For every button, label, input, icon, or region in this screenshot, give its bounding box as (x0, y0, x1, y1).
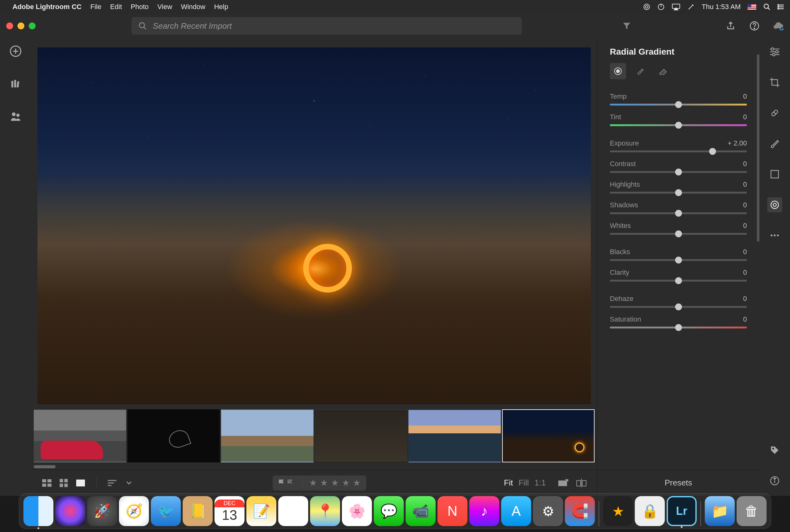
dock-news-icon[interactable]: N (437, 496, 467, 526)
notification-center-icon[interactable] (777, 3, 785, 11)
slider-knob[interactable] (675, 303, 682, 310)
main-photo[interactable] (37, 48, 591, 404)
slider-track[interactable] (610, 192, 747, 194)
dock-maps-icon[interactable]: 📍 (310, 496, 340, 526)
window-zoom-button[interactable] (29, 22, 36, 29)
dock-downloads-icon[interactable]: 📁 (705, 496, 735, 526)
menu-window[interactable]: Window (181, 3, 205, 11)
slider-knob[interactable] (675, 210, 682, 217)
filmstrip-thumb[interactable] (221, 409, 314, 462)
square-grid-view-icon[interactable] (57, 478, 70, 488)
dock-appstore-icon[interactable]: A (501, 496, 531, 526)
filmstrip-scrollbar[interactable] (34, 465, 595, 470)
radial-mask-icon[interactable] (610, 63, 626, 79)
filmstrip-thumb-selected[interactable] (502, 409, 595, 462)
slider-knob[interactable] (675, 101, 682, 108)
dock-1password-icon[interactable]: 🔒 (635, 496, 665, 526)
radial-gradient-icon[interactable] (767, 197, 782, 212)
dock-lightroom-icon[interactable]: Lr (667, 496, 697, 526)
flag-pick-icon[interactable] (278, 479, 285, 487)
brush-tool-icon[interactable] (767, 136, 782, 151)
spotlight-icon[interactable] (763, 3, 771, 11)
filmstrip-thumb[interactable] (315, 409, 407, 462)
dock-reminders-icon[interactable]: ▤ (278, 496, 308, 526)
slider-track[interactable] (610, 306, 747, 308)
slider-track[interactable] (610, 233, 747, 235)
dock-notes-icon[interactable]: 📝 (246, 496, 276, 526)
show-original-icon[interactable] (557, 478, 569, 488)
filter-icon[interactable] (621, 20, 632, 32)
panel-scrollbar[interactable] (757, 54, 759, 443)
menu-view[interactable]: View (157, 3, 172, 11)
info-icon[interactable] (767, 473, 782, 488)
slider-knob[interactable] (675, 122, 682, 129)
star-icon[interactable]: ★ (342, 478, 350, 488)
slider-knob[interactable] (675, 277, 682, 284)
dock-itunes-icon[interactable]: ♪ (469, 496, 499, 526)
window-minimize-button[interactable] (18, 22, 24, 29)
slider-knob[interactable] (709, 148, 716, 155)
dock-siri-icon[interactable] (55, 496, 85, 526)
share-icon[interactable] (725, 20, 736, 32)
dock-safari-icon[interactable]: 🧭 (119, 496, 149, 526)
slider-track[interactable] (610, 124, 747, 126)
dock-launchpad-icon[interactable]: 🚀 (87, 496, 117, 526)
slider-track[interactable] (610, 259, 747, 261)
star-icon[interactable]: ★ (320, 478, 328, 488)
slider-track[interactable] (610, 151, 747, 152)
help-icon[interactable] (749, 20, 760, 32)
tool-icon[interactable] (687, 3, 695, 11)
sort-icon[interactable] (106, 478, 118, 488)
slider-knob[interactable] (675, 169, 682, 175)
input-source-flag[interactable] (748, 4, 756, 10)
presets-button[interactable]: Presets (597, 470, 759, 496)
slider-track[interactable] (610, 280, 747, 282)
filmstrip-thumb[interactable] (127, 409, 220, 462)
menu-help[interactable]: Help (214, 3, 228, 11)
menu-edit[interactable]: Edit (110, 3, 122, 11)
slider-knob[interactable] (675, 189, 682, 196)
rating-control[interactable]: ★ ★ ★ ★ ★ (272, 475, 366, 491)
slider-track[interactable] (610, 212, 747, 214)
filmstrip-thumb[interactable] (409, 409, 501, 462)
star-icon[interactable]: ★ (331, 478, 339, 488)
cc-status-icon[interactable] (643, 3, 651, 11)
crop-icon[interactable] (767, 75, 782, 90)
detail-view-icon[interactable] (74, 478, 87, 488)
menu-photo[interactable]: Photo (131, 3, 149, 11)
window-close-button[interactable] (6, 22, 13, 29)
sort-dropdown-icon[interactable] (123, 478, 135, 488)
menu-file[interactable]: File (90, 3, 101, 11)
slider-knob[interactable] (675, 324, 682, 331)
dock-photos-icon[interactable]: 🌸 (342, 496, 372, 526)
sharing-icon[interactable] (9, 109, 22, 123)
photo-grid-view-icon[interactable] (41, 478, 53, 488)
slider-track[interactable] (610, 327, 747, 328)
slider-track[interactable] (610, 171, 747, 173)
flag-reject-icon[interactable] (287, 479, 294, 487)
dock-mail-icon[interactable]: 🐦 (151, 496, 181, 526)
zoom-fit[interactable]: Fit (504, 478, 513, 488)
healing-icon[interactable] (767, 106, 782, 120)
keywords-tag-icon[interactable] (767, 443, 782, 458)
app-name[interactable]: Adobe Lightroom CC (13, 3, 81, 11)
search-input[interactable]: Search Recent Import (131, 17, 522, 35)
zoom-fill[interactable]: Fill (519, 478, 529, 488)
add-photos-button[interactable] (9, 44, 22, 58)
menubar-clock[interactable]: Thu 1:53 AM (702, 3, 741, 11)
eraser-mask-icon[interactable] (655, 63, 671, 79)
airplay-icon[interactable] (672, 3, 680, 10)
compare-view-icon[interactable] (575, 478, 588, 488)
edit-sliders-icon[interactable] (767, 44, 782, 59)
cloud-sync-icon[interactable] (772, 20, 784, 32)
filmstrip-thumb[interactable] (34, 409, 126, 462)
more-tools-icon[interactable] (767, 228, 782, 243)
dock-trash-icon[interactable]: 🗑 (737, 496, 767, 526)
dock-facetime-icon[interactable]: 📹 (406, 496, 436, 526)
brush-mask-icon[interactable] (632, 63, 648, 79)
dock-sysprefs-icon[interactable]: ⚙︎ (533, 496, 563, 526)
slider-track[interactable] (610, 104, 747, 106)
zoom-1to1[interactable]: 1:1 (534, 478, 546, 488)
slider-knob[interactable] (675, 256, 682, 264)
dock-magnet-icon[interactable]: 🧲 (565, 496, 595, 526)
